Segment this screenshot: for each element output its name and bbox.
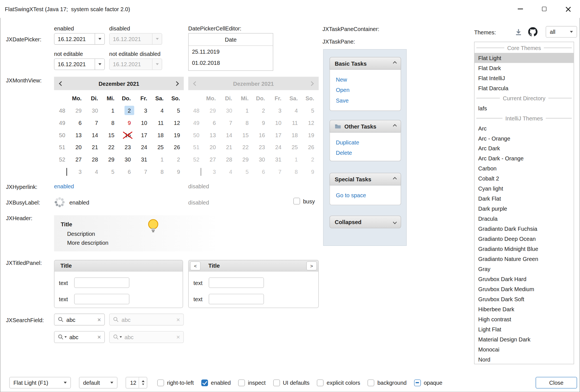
day-cell[interactable]: 5 [167,104,184,117]
date-table-row[interactable]: 01.02.2018 [188,57,273,68]
busy-checkbox[interactable]: busy [293,198,315,205]
titledpanel-right-button[interactable]: > [306,262,317,270]
day-cell[interactable]: 30 [118,153,135,166]
day-cell[interactable]: 25 [151,141,168,153]
theme-item[interactable]: Gradianto Dark Fuchsia [475,224,574,234]
search-input[interactable]: abc [69,334,95,340]
taskpane-header[interactable]: Basic Tasks [329,57,401,70]
date-table-row[interactable]: 25.11.2019 [188,46,273,57]
theme-item[interactable]: Gruvbox Dark Hard [475,274,574,284]
day-cell[interactable]: 2 [167,153,184,166]
day-cell[interactable]: 14 [85,129,102,141]
window-close-button[interactable] [556,0,580,18]
day-cell[interactable]: 24 [135,141,151,153]
checkbox-inspect[interactable]: inspect [238,379,266,386]
text-input[interactable] [74,277,129,288]
titledpanel-left-button[interactable]: < [190,262,201,270]
theme-item[interactable]: Hiberbee Dark [475,304,574,314]
taskpane-link[interactable]: Open [336,85,395,95]
day-cell[interactable]: 21 [85,141,102,153]
checkbox-right-to-left[interactable]: right-to-left [157,379,194,386]
theme-item[interactable]: Dracula [475,214,574,224]
day-cell[interactable]: 10 [135,117,151,129]
day-cell[interactable]: 8 [102,117,118,129]
github-icon[interactable] [528,27,537,36]
theme-item[interactable]: Flat IntelliJ [475,73,574,83]
day-cell[interactable]: 12 [167,117,184,129]
day-cell[interactable]: 3 [69,166,86,178]
day-cell[interactable]: 8 [151,166,168,178]
day-cell[interactable]: 7 [135,166,151,178]
text-input[interactable] [74,294,129,304]
taskpane-link[interactable]: Save [336,95,395,106]
day-cell[interactable]: 22 [102,141,118,153]
day-cell[interactable]: 1 [151,153,168,166]
theme-item[interactable]: Gradianto Deep Ocean [475,234,574,244]
day-cell[interactable]: 4 [151,104,168,117]
day-cell[interactable]: 6 [69,117,86,129]
day-cell[interactable]: 17 [135,129,151,141]
download-icon[interactable] [515,28,522,36]
theme-item[interactable]: Arc - Orange [475,133,574,143]
datepicker-value[interactable]: 16.12.2021 [55,36,95,42]
theme-item[interactable]: Gruvbox Dark Medium [475,284,574,294]
theme-item[interactable]: Carbon [475,163,574,174]
taskpane-link[interactable]: Delete [336,148,395,158]
day-cell[interactable]: 6 [118,166,135,178]
checkbox-UI-defaults[interactable]: UI defaults [273,379,310,386]
checkbox-opaque[interactable]: opaque [414,379,442,386]
day-cell[interactable]: 1 [102,104,118,117]
day-cell[interactable]: 29 [102,153,118,166]
theme-item[interactable]: Light Flat [475,324,574,334]
day-cell[interactable]: 31 [135,153,151,166]
day-cell[interactable]: 9 [118,117,135,129]
next-month-icon[interactable] [174,81,179,86]
datepicker-not-editable[interactable]: 16.12.2021 [54,58,105,70]
theme-item[interactable]: Gradianto Nature Green [475,254,574,264]
checkbox-background[interactable]: background [368,379,407,386]
theme-item[interactable]: Gradianto Midnight Blue [475,244,574,254]
taskpane-link[interactable]: Duplicate [336,137,395,148]
taskpane-link[interactable]: Go to space [336,190,395,201]
search-input[interactable]: abc [66,316,95,323]
spinner-buttons[interactable] [139,377,147,388]
theme-item[interactable]: Dark Flat [475,194,574,204]
datepicker-enabled[interactable]: 16.12.2021 [54,33,105,45]
day-cell[interactable]: 18 [151,129,168,141]
checkbox-explicit-colors[interactable]: explicit colors [317,379,360,386]
day-cell[interactable]: 7 [85,117,102,129]
monthview-enabled[interactable]: Dezember 2021 Mo.Di.Mi.Do.Fr.Sa.So.48293… [54,77,184,178]
close-button[interactable]: Close [536,377,577,388]
day-cell[interactable]: 9 [167,166,184,178]
taskpane-header[interactable]: Special Tasks [329,173,401,185]
day-cell[interactable]: 4 [85,166,102,178]
date-table[interactable]: Date 25.11.201901.02.2018 [188,33,273,71]
day-cell[interactable]: 26 [167,141,184,153]
day-cell[interactable]: 19 [167,129,184,141]
hyperlink-enabled[interactable]: enabled [54,183,74,190]
checkbox-enabled[interactable]: enabled [201,379,231,386]
day-cell[interactable]: 29 [69,104,86,117]
day-cell[interactable]: 27 [69,153,86,166]
taskpane-link[interactable]: New [336,75,395,85]
datepicker-dropdown-button[interactable] [95,34,105,44]
day-cell[interactable]: 3 [135,104,151,117]
searchfield-with-menu[interactable]: abc × [54,331,105,343]
theme-item[interactable]: Flat Light [475,53,574,63]
themes-list[interactable]: Core ThemesFlat LightFlat DarkFlat Intel… [474,42,574,364]
theme-item[interactable]: Gray [475,264,574,274]
theme-item[interactable]: Arc Dark - Orange [475,153,574,163]
theme-item[interactable]: High contrast [475,314,574,324]
day-cell[interactable]: 28 [85,153,102,166]
datepicker-dropdown-button[interactable] [95,59,105,70]
theme-item[interactable]: Arc [475,123,574,133]
theme-item[interactable]: Monocai [475,345,574,355]
clear-icon[interactable]: × [97,316,101,323]
searchfield-enabled[interactable]: abc × [54,313,105,326]
text-input[interactable] [209,277,264,288]
laf-combo[interactable]: Flat Light (F1) [9,377,71,388]
theme-item[interactable]: Cobalt 2 [475,174,574,184]
text-input[interactable] [209,294,264,304]
font-size-spinner[interactable]: 12 [126,377,147,388]
font-combo[interactable]: default [79,377,117,388]
